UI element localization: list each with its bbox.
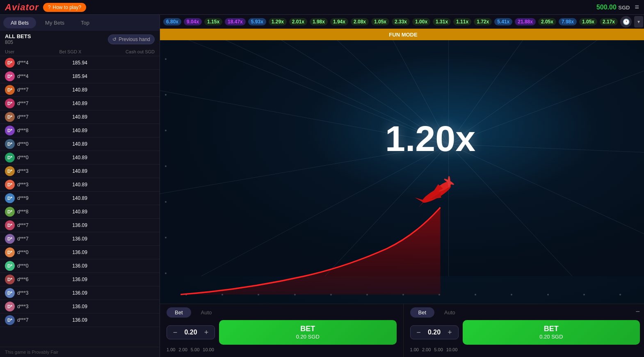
panel-1-quick-4[interactable]: 10.00 [203, 347, 214, 352]
table-row: D* d***7 136.09 [0, 232, 160, 246]
all-bets-title: ALL BETS [5, 33, 31, 39]
avatar-image: D* [5, 112, 15, 122]
panel-1-auto-tab[interactable]: Auto [193, 307, 220, 318]
panel-2-tabs: Bet Auto − [410, 307, 640, 318]
avatar: D* [5, 247, 15, 257]
table-row: D* d***7 136.09 [0, 219, 160, 232]
panel-2-increase-btn[interactable]: + [446, 328, 454, 336]
fun-mode-banner: FUN MODE [160, 29, 644, 40]
avatar-image: D* [5, 153, 15, 162]
avatar-image: D* [5, 275, 15, 284]
panel-1-quick-amounts: 1.00 2.00 5.00 10.00 [167, 347, 397, 352]
multiplier-badge-4: 5.93x [248, 18, 266, 25]
bet-amount: 140.89 [59, 155, 100, 160]
user-cell: D* d***3 [5, 166, 59, 176]
bet-amount: 140.89 [59, 195, 100, 201]
bet-panel-2: Bet Auto − − 0.20 + BET 0.20 SGD [404, 304, 644, 357]
tab-my-bets[interactable]: My Bets [38, 17, 72, 28]
multiplier-badge-19: 7.98x [559, 18, 577, 25]
how-to-play-button[interactable]: ? How to play? [43, 3, 86, 12]
table-row: D* d***7 136.09 [0, 314, 160, 327]
user-cell: D* d***4 [5, 58, 59, 68]
panel-1-increase-btn[interactable]: + [202, 328, 210, 336]
table-row: D* d***4 185.94 [0, 70, 160, 83]
username-label: d***8 [17, 209, 28, 215]
username-label: d***9 [17, 195, 28, 201]
panel-2-auto-tab[interactable]: Auto [436, 307, 464, 318]
bet-panel-1: Bet Auto − 0.20 + BET 0.20 SGD 1.00 [160, 304, 404, 357]
balance-display: 500.00 SGD [596, 4, 630, 11]
panel-2-decrease-btn[interactable]: − [415, 328, 423, 336]
balance-amount: 500.00 [596, 4, 617, 11]
panel-2-quick-2[interactable]: 2.00 [422, 347, 431, 352]
refresh-icon: ↺ [112, 37, 116, 42]
username-label: d***0 [17, 263, 28, 269]
menu-icon[interactable]: ≡ [635, 3, 639, 11]
panel-2-collapse-btn[interactable]: − [636, 307, 640, 318]
avatar-image: D* [5, 315, 15, 325]
previous-hand-button[interactable]: ↺ Previous hand [108, 34, 155, 44]
right-panel: 6.80x9.04x1.15x18.47x5.93x1.29x2.01x1.98… [160, 15, 644, 357]
panel-2-bet-tab[interactable]: Bet [410, 307, 435, 318]
multiplier-badge-10: 1.05x [371, 18, 389, 25]
panel-1-bet-tab[interactable]: Bet [167, 307, 191, 318]
avatar: D* [5, 71, 15, 81]
avatar-image: D* [5, 139, 15, 149]
avatar: D* [5, 220, 15, 230]
avatar-image: D* [5, 247, 15, 257]
panel-2-quick-4[interactable]: 10.00 [446, 347, 458, 352]
avatar: D* [5, 126, 15, 135]
username-label: d***0 [17, 155, 28, 160]
username-label: d***7 [17, 87, 28, 93]
panel-1-quick-2[interactable]: 2.00 [178, 347, 187, 352]
panel-2-bet-button[interactable]: BET 0.20 SGD [463, 320, 640, 345]
tab-all-bets[interactable]: All Bets [3, 17, 36, 28]
user-cell: D* d***7 [5, 234, 59, 244]
username-label: d***3 [17, 290, 28, 296]
table-row: D* d***0 136.09 [0, 246, 160, 259]
multiplier-badge-7: 1.98x [310, 18, 328, 25]
bet-amount: 140.89 [59, 101, 100, 106]
panel-2-quick-3[interactable]: 5.00 [434, 347, 443, 352]
panel-1-decrease-btn[interactable]: − [171, 328, 179, 336]
user-cell: D* d***3 [5, 180, 59, 190]
col-bet: Bet SGD X [59, 49, 100, 54]
bet-amount: 136.09 [59, 290, 100, 296]
history-clock-button[interactable]: 🕐 [620, 16, 632, 27]
col-cashout: Cash out SGD [100, 49, 155, 54]
username-label: d***7 [17, 101, 28, 106]
table-row: D* d***7 140.89 [0, 110, 160, 124]
multiplier-badge-18: 2.05x [538, 18, 556, 25]
multiplier-badge-14: 1.11x [453, 18, 471, 25]
history-dropdown-button[interactable]: ▾ [634, 16, 643, 27]
multiplier-badge-21: 2.17x [600, 18, 618, 25]
panel-1-bet-button[interactable]: BET 0.20 SGD [219, 320, 397, 345]
user-cell: D* d***3 [5, 288, 59, 298]
avatar: D* [5, 315, 15, 325]
avatar-image: D* [5, 234, 15, 244]
avatar-image: D* [5, 126, 15, 135]
bet-amount: 136.09 [59, 249, 100, 255]
multiplier-badge-17: 21.88x [515, 18, 536, 25]
username-label: d***7 [17, 317, 28, 323]
user-cell: D* d***7 [5, 220, 59, 230]
panel-2-quick-1[interactable]: 1.00 [410, 347, 419, 352]
avatar-image: D* [5, 98, 15, 108]
panel-1-quick-3[interactable]: 5.00 [191, 347, 199, 352]
user-cell: D* d***7 [5, 112, 59, 122]
trajectory-svg [160, 29, 644, 304]
panel-1-quick-1[interactable]: 1.00 [167, 347, 175, 352]
user-cell: D* d***0 [5, 139, 59, 149]
top-bar: Aviator ? How to play? 500.00 SGD ≡ [0, 0, 644, 15]
table-row: D* d***6 136.09 [0, 273, 160, 286]
balance-currency: SGD [618, 5, 630, 11]
avatar-image: D* [5, 220, 15, 230]
user-cell: D* d***8 [5, 126, 59, 135]
col-user: User [5, 49, 59, 54]
table-row: D* d***3 136.09 [0, 286, 160, 300]
user-cell: D* d***7 [5, 315, 59, 325]
tab-top[interactable]: Top [73, 17, 97, 28]
multiplier-badge-12: 1.00x [412, 18, 430, 25]
panel-2-bet-label: BET [544, 324, 559, 334]
table-row: D* d***0 140.89 [0, 137, 160, 151]
